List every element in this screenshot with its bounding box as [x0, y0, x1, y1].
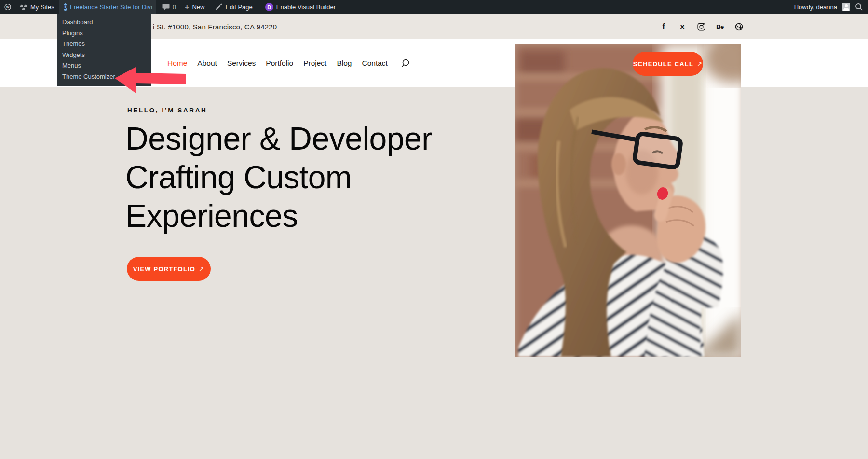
- menu-item-themes[interactable]: Themes: [57, 39, 151, 50]
- admin-search-icon[interactable]: [855, 3, 863, 11]
- plus-icon: +: [185, 3, 189, 11]
- x-twitter-icon[interactable]: X: [678, 22, 687, 31]
- hero-title-line2: Crafting Custom: [125, 158, 432, 196]
- annotation-arrow: [114, 66, 187, 96]
- site-divi-icon: D: [64, 3, 67, 11]
- view-portfolio-button[interactable]: VIEW PORTFOLIO ↗: [127, 257, 211, 281]
- arrow-up-right-icon: ↗: [697, 60, 703, 68]
- svg-text:W: W: [6, 5, 10, 9]
- arrow-up-right-icon: ↗: [199, 265, 204, 273]
- my-sites-label: My Sites: [30, 3, 54, 11]
- hero-eyebrow: HELLO, I’M SARAH: [127, 107, 207, 114]
- menu-item-plugins[interactable]: Plugins: [57, 28, 151, 39]
- nav-item-portfolio[interactable]: Portfolio: [266, 59, 293, 68]
- hero-title-line3: Experiences: [125, 196, 432, 235]
- enable-visual-builder-menu[interactable]: D Enable Visual Builder: [261, 0, 340, 14]
- nav-item-services[interactable]: Services: [227, 59, 256, 68]
- nav-item-project[interactable]: Project: [303, 59, 326, 68]
- page: i St. #1000, San Francisco, CA 94220 f X…: [0, 0, 868, 459]
- main-nav: Home About Services Portfolio Project Bl…: [167, 39, 410, 87]
- current-site-menu[interactable]: D Freelance Starter Site for Divi: [59, 0, 156, 14]
- behance-icon[interactable]: Bē: [716, 22, 724, 31]
- menu-item-widgets[interactable]: Widgets: [57, 50, 151, 61]
- schedule-call-button[interactable]: SCHEDULE CALL ↗: [633, 52, 703, 76]
- divi-icon: D: [265, 3, 273, 11]
- hero-title-line1: Designer & Developer: [125, 119, 432, 158]
- nav-item-contact[interactable]: Contact: [362, 59, 387, 68]
- address-text: i St. #1000, San Francisco, CA 94220: [153, 14, 277, 39]
- wp-admin-bar: W My Sites D Freelance Starter Site for …: [0, 0, 868, 14]
- pencil-icon: [215, 3, 222, 11]
- current-site-label: Freelance Starter Site for Divi: [70, 3, 152, 11]
- comment-bubble-icon: [162, 3, 170, 11]
- wordpress-icon: W: [4, 2, 11, 12]
- new-content-menu[interactable]: + New: [180, 0, 209, 14]
- schedule-call-label: SCHEDULE CALL: [633, 60, 693, 68]
- instagram-icon[interactable]: [697, 22, 705, 31]
- comment-count: 0: [173, 3, 176, 11]
- dribbble-icon[interactable]: [734, 22, 743, 31]
- comments-menu[interactable]: 0: [158, 0, 180, 14]
- avatar[interactable]: [842, 3, 850, 11]
- social-links: f X Bē: [659, 14, 743, 39]
- facebook-icon[interactable]: f: [659, 22, 668, 31]
- my-sites-menu[interactable]: My Sites: [15, 0, 59, 14]
- edit-page-label: Edit Page: [225, 3, 252, 11]
- search-icon[interactable]: [401, 59, 410, 68]
- howdy-label[interactable]: Howdy, deanna: [794, 3, 837, 11]
- menu-item-dashboard[interactable]: Dashboard: [57, 17, 151, 28]
- edit-page-menu[interactable]: Edit Page: [211, 0, 257, 14]
- visual-builder-label: Enable Visual Builder: [276, 3, 336, 11]
- hero-photo: [515, 44, 741, 357]
- wordpress-logo-menu[interactable]: W: [0, 0, 15, 14]
- nav-item-blog[interactable]: Blog: [337, 59, 352, 68]
- nav-item-about[interactable]: About: [197, 59, 217, 68]
- view-portfolio-label: VIEW PORTFOLIO: [133, 265, 195, 273]
- my-sites-icon: [20, 3, 27, 11]
- hero-title: Designer & Developer Crafting Custom Exp…: [125, 119, 432, 235]
- new-label: New: [192, 3, 204, 11]
